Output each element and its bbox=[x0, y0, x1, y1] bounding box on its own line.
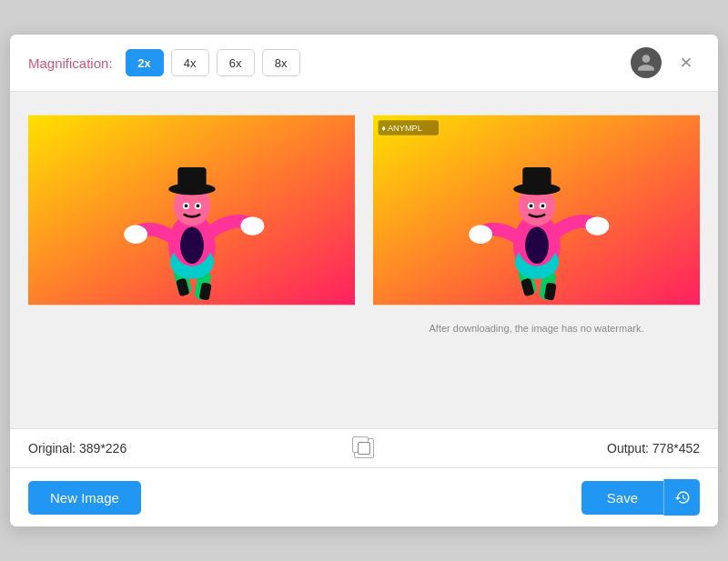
svg-point-12 bbox=[124, 225, 147, 244]
svg-point-35 bbox=[530, 205, 533, 208]
mag-btn-2x[interactable]: 2x bbox=[126, 49, 164, 76]
person-icon bbox=[636, 53, 656, 73]
footer: New Image Save bbox=[10, 468, 718, 526]
output-image-panel: ♦ ANYMPL bbox=[373, 110, 700, 410]
info-bar: Original: 389*226 Output: 778*452 bbox=[10, 428, 718, 468]
mag-btn-6x[interactable]: 6x bbox=[217, 49, 255, 76]
svg-point-33 bbox=[585, 216, 609, 235]
avatar-button[interactable] bbox=[631, 47, 662, 78]
original-image bbox=[28, 110, 355, 310]
svg-point-8 bbox=[180, 226, 204, 264]
new-image-button[interactable]: New Image bbox=[28, 481, 141, 515]
header: Magnification: 2x 4x 6x 8x × bbox=[10, 35, 718, 92]
svg-text:♦ ANYMPL: ♦ ANYMPL bbox=[381, 124, 422, 133]
original-image-box bbox=[28, 110, 355, 310]
close-button[interactable]: × bbox=[672, 49, 700, 76]
magnification-label: Magnification: bbox=[28, 55, 113, 71]
svg-point-32 bbox=[469, 225, 492, 244]
original-size-label: Original: 389*226 bbox=[28, 441, 354, 456]
svg-rect-11 bbox=[177, 167, 206, 191]
output-image: ♦ ANYMPL bbox=[373, 110, 700, 310]
close-icon: × bbox=[681, 53, 693, 73]
output-image-box: ♦ ANYMPL bbox=[373, 110, 700, 310]
save-button[interactable]: Save bbox=[581, 481, 663, 515]
svg-point-28 bbox=[525, 226, 549, 264]
magnification-buttons: 2x 4x 6x 8x bbox=[126, 49, 300, 76]
watermark-notice: After downloading, the image has no wate… bbox=[429, 321, 643, 336]
svg-point-15 bbox=[185, 205, 188, 208]
save-group: Save bbox=[581, 479, 700, 516]
save-history-button[interactable] bbox=[663, 479, 700, 516]
svg-point-17 bbox=[197, 205, 200, 208]
output-size-label: Output: 778*452 bbox=[374, 441, 700, 456]
content-area: ♦ ANYMPL bbox=[10, 92, 718, 428]
original-image-panel bbox=[28, 110, 355, 410]
mag-btn-8x[interactable]: 8x bbox=[262, 49, 300, 76]
main-dialog: Magnification: 2x 4x 6x 8x × bbox=[9, 34, 719, 527]
mag-btn-4x[interactable]: 4x bbox=[171, 49, 209, 76]
svg-rect-31 bbox=[522, 167, 551, 191]
copy-icon bbox=[358, 442, 370, 455]
history-icon bbox=[674, 489, 691, 506]
copy-size-button[interactable] bbox=[354, 438, 374, 458]
svg-point-37 bbox=[541, 205, 545, 208]
svg-point-13 bbox=[240, 216, 264, 235]
